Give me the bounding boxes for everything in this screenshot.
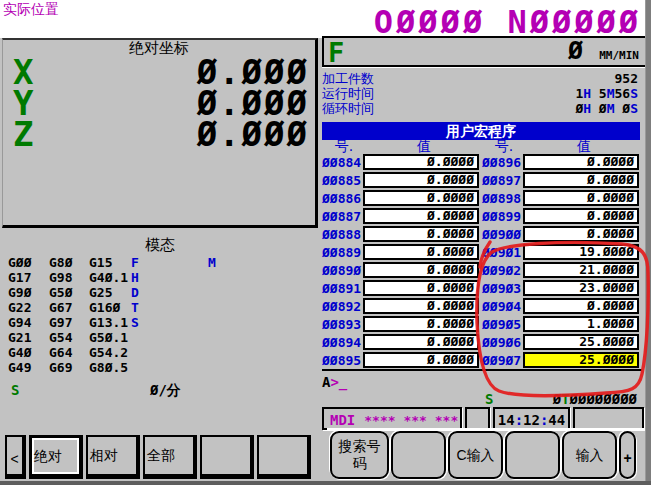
gcode: G13.1 — [89, 315, 128, 330]
command-prompt[interactable]: A>_ — [322, 369, 642, 389]
gcode: G8Ø — [49, 255, 72, 270]
macro-value-cell[interactable]: Ø.ØØØØ — [523, 190, 639, 206]
softkey-button[interactable] — [505, 431, 560, 479]
macro-number: ØØ9Ø1 — [482, 245, 523, 260]
macro-table-row: ØØ894 Ø.ØØØØ ØØ9Ø6 25.ØØØØ — [322, 333, 642, 351]
col-header-number: 号. — [482, 140, 526, 153]
status-flags: **** *** *** — [364, 413, 458, 428]
status-box-empty — [573, 407, 644, 430]
macro-number: ØØ89Ø — [322, 263, 363, 278]
macro-table-row: ØØ893 Ø.ØØØØ ØØ9Ø5 1.ØØØØ — [322, 315, 642, 333]
modal-gcode-row: G49 G69 G8Ø.5 — [2, 360, 318, 375]
macro-number: ØØ899 — [482, 209, 523, 224]
status-bar: MDI**** *** *** 14:12:44 — [322, 407, 644, 430]
macro-value-cell[interactable]: Ø.ØØØØ — [363, 352, 479, 368]
macro-value-cell[interactable]: Ø.ØØØØ — [363, 208, 479, 224]
macro-value-cell[interactable]: Ø.ØØØØ — [363, 316, 479, 332]
gcode: G64 — [49, 345, 72, 360]
macro-value-cell[interactable]: Ø.ØØØØ — [523, 154, 639, 170]
gcode: G5Ø — [49, 285, 72, 300]
macro-number: ØØ9Ø6 — [482, 335, 523, 350]
macro-value-cell[interactable]: Ø.ØØØØ — [363, 226, 479, 242]
macro-value-cell[interactable]: Ø.ØØØØ — [363, 280, 479, 296]
softkey-label: C输入 — [456, 447, 494, 463]
softkey-button[interactable]: 全部 — [143, 435, 197, 479]
feedrate-value: Ø — [568, 36, 583, 65]
macro-number: ØØ891 — [322, 281, 363, 296]
feedrate-label: F — [328, 37, 344, 68]
macro-value-cell[interactable]: Ø.ØØØØ — [363, 262, 479, 278]
window-frame-right — [645, 0, 651, 485]
macro-table-row: ØØ89Ø Ø.ØØØØ ØØ9Ø2 21.ØØØØ — [322, 261, 642, 279]
macro-panel-header: 用户宏程序 — [322, 122, 640, 140]
feedrate-unit: MM/MIN — [599, 49, 639, 62]
softkey-button[interactable] — [257, 435, 311, 479]
macro-table-row: ØØ886 Ø.ØØØØ ØØ898 Ø.ØØØØ — [322, 189, 642, 207]
macro-value-cell[interactable]: Ø.ØØØØ — [523, 226, 639, 242]
macro-number: ØØ889 — [322, 245, 363, 260]
gcode: GØØ — [8, 255, 31, 270]
modal-address-letter: M — [208, 255, 216, 270]
softkey-button[interactable]: 输入 — [562, 431, 617, 479]
gcode: G67 — [49, 300, 72, 315]
modal-address-letter: H — [131, 270, 139, 285]
gcode: G98 — [49, 270, 72, 285]
stat-label: 循环时间 — [322, 101, 374, 116]
macro-value-cell[interactable]: 19.ØØØØ — [523, 244, 639, 260]
macro-value-cell[interactable]: Ø.ØØØØ — [363, 154, 479, 170]
gcode: G21 — [8, 330, 31, 345]
macro-value-cell[interactable]: Ø.ØØØØ — [363, 190, 479, 206]
gcode: G94 — [8, 315, 31, 330]
axis-row: Z Ø.ØØØ — [3, 119, 315, 150]
macro-number: ØØ9Ø2 — [482, 263, 523, 278]
macro-value-cell[interactable]: 25.ØØØØ — [523, 334, 639, 350]
modal-gcode-row: G94 G97 G13.1 S — [2, 315, 318, 330]
macro-number: ØØ9Ø3 — [482, 281, 523, 296]
spindle-status-label: S — [485, 391, 493, 407]
macro-number: ØØ887 — [322, 209, 363, 224]
softkey-more[interactable]: + — [619, 431, 636, 479]
macro-value-cell[interactable]: Ø.ØØØØ — [523, 172, 639, 188]
macro-value-cell[interactable]: Ø.ØØØØ — [363, 244, 479, 260]
macro-value-cell[interactable]: Ø.ØØØØ — [523, 298, 639, 314]
macro-number: ØØ886 — [322, 191, 363, 206]
absolute-position-panel: 绝对坐标 X Ø.ØØØ Y Ø.ØØØ Z Ø.ØØØ — [2, 38, 318, 228]
macro-value-cell[interactable]: 25.ØØØØ — [523, 352, 639, 368]
axis-label: Z — [13, 119, 57, 150]
macro-table-row: ØØ887 Ø.ØØØØ ØØ899 Ø.ØØØØ — [322, 207, 642, 225]
macro-value-cell[interactable]: 1.ØØØØ — [523, 316, 639, 332]
macro-value-cell[interactable]: Ø.ØØØØ — [523, 208, 639, 224]
softkey-button[interactable]: 相对 — [86, 435, 140, 479]
stat-label: 加工件数 — [322, 71, 374, 86]
macro-table-row: ØØ888 Ø.ØØØØ ØØ9ØØ Ø.ØØØØ — [322, 225, 642, 243]
tool-status-value: ØØØØØØØØ — [570, 391, 637, 407]
modal-gcode-row: G4Ø G64 G54.2 — [2, 345, 318, 360]
gcode: G22 — [8, 300, 31, 315]
stat-row: 加工件数 952 — [322, 71, 638, 86]
prompt-caret: >_ — [330, 374, 347, 390]
macro-value-cell[interactable]: 21.ØØØØ — [523, 262, 639, 278]
softkey-back[interactable]: < — [5, 435, 26, 479]
macro-number: ØØ884 — [322, 155, 363, 170]
macro-column-headers: 号. 值 号. 值 — [322, 140, 640, 153]
softkey-button[interactable] — [200, 435, 254, 479]
gcode: G16Ø — [89, 300, 120, 315]
stat-value: 1H 5M56S — [374, 86, 638, 101]
gcode: G97 — [49, 315, 72, 330]
softkey-label: 输入 — [576, 447, 604, 463]
macro-number: ØØ9Ø5 — [482, 317, 523, 332]
macro-number: ØØ896 — [482, 155, 523, 170]
macro-value-cell[interactable]: Ø.ØØØØ — [363, 298, 479, 314]
softkey-label: 全部 — [147, 447, 175, 463]
softkey-button[interactable]: 搜索号码 — [330, 431, 389, 479]
macro-value-cell[interactable]: Ø.ØØØØ — [363, 334, 479, 350]
stat-value: 952 — [374, 71, 638, 86]
modal-panel-title: 模态 — [2, 236, 318, 255]
softkey-button[interactable] — [391, 431, 446, 479]
modal-gcode-row: G21 G54 G5Ø.1 — [2, 330, 318, 345]
softkey-button[interactable]: 绝对 — [29, 435, 83, 479]
macro-value-cell[interactable]: Ø.ØØØØ — [363, 172, 479, 188]
macro-number: ØØ885 — [322, 173, 363, 188]
softkey-button[interactable]: C输入 — [448, 431, 503, 479]
macro-value-cell[interactable]: 23.ØØØØ — [523, 280, 639, 296]
